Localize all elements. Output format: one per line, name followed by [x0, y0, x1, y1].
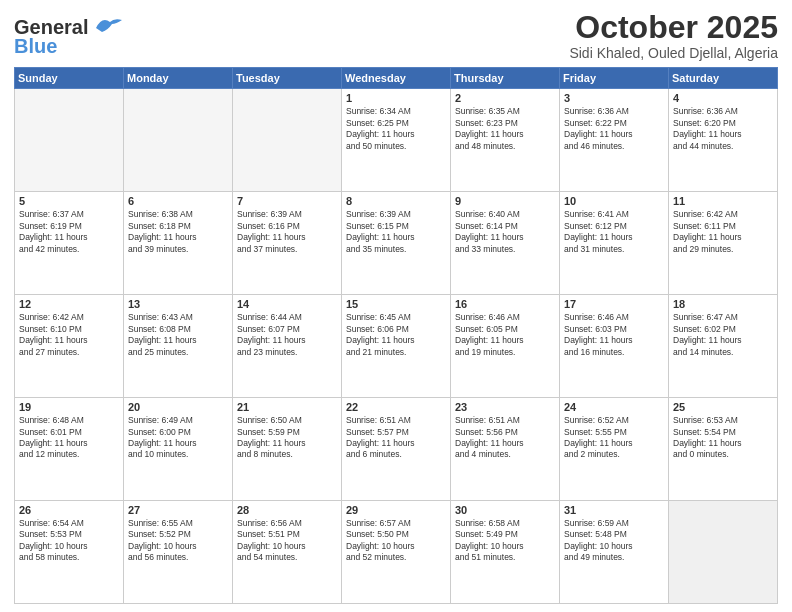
header: General Blue October 2025 Sidi Khaled, O… [14, 10, 778, 61]
day-number: 3 [564, 92, 664, 104]
day-number: 5 [19, 195, 119, 207]
day-number: 19 [19, 401, 119, 413]
table-row: 22Sunrise: 6:51 AM Sunset: 5:57 PM Dayli… [342, 398, 451, 501]
table-row: 1Sunrise: 6:34 AM Sunset: 6:25 PM Daylig… [342, 89, 451, 192]
header-wednesday: Wednesday [342, 68, 451, 89]
table-row: 14Sunrise: 6:44 AM Sunset: 6:07 PM Dayli… [233, 295, 342, 398]
table-row: 24Sunrise: 6:52 AM Sunset: 5:55 PM Dayli… [560, 398, 669, 501]
table-row: 4Sunrise: 6:36 AM Sunset: 6:20 PM Daylig… [669, 89, 778, 192]
day-info: Sunrise: 6:38 AM Sunset: 6:18 PM Dayligh… [128, 209, 228, 255]
header-saturday: Saturday [669, 68, 778, 89]
day-number: 17 [564, 298, 664, 310]
calendar-row-0: 1Sunrise: 6:34 AM Sunset: 6:25 PM Daylig… [15, 89, 778, 192]
calendar-header-row: Sunday Monday Tuesday Wednesday Thursday… [15, 68, 778, 89]
header-friday: Friday [560, 68, 669, 89]
table-row: 27Sunrise: 6:55 AM Sunset: 5:52 PM Dayli… [124, 501, 233, 604]
day-number: 16 [455, 298, 555, 310]
day-info: Sunrise: 6:34 AM Sunset: 6:25 PM Dayligh… [346, 106, 446, 152]
day-info: Sunrise: 6:56 AM Sunset: 5:51 PM Dayligh… [237, 518, 337, 564]
table-row: 6Sunrise: 6:38 AM Sunset: 6:18 PM Daylig… [124, 192, 233, 295]
day-number: 22 [346, 401, 446, 413]
table-row: 20Sunrise: 6:49 AM Sunset: 6:00 PM Dayli… [124, 398, 233, 501]
day-number: 9 [455, 195, 555, 207]
day-info: Sunrise: 6:35 AM Sunset: 6:23 PM Dayligh… [455, 106, 555, 152]
day-number: 6 [128, 195, 228, 207]
day-info: Sunrise: 6:40 AM Sunset: 6:14 PM Dayligh… [455, 209, 555, 255]
table-row: 19Sunrise: 6:48 AM Sunset: 6:01 PM Dayli… [15, 398, 124, 501]
day-info: Sunrise: 6:53 AM Sunset: 5:54 PM Dayligh… [673, 415, 773, 461]
header-monday: Monday [124, 68, 233, 89]
title-section: October 2025 Sidi Khaled, Ouled Djellal,… [569, 10, 778, 61]
table-row: 29Sunrise: 6:57 AM Sunset: 5:50 PM Dayli… [342, 501, 451, 604]
table-row: 30Sunrise: 6:58 AM Sunset: 5:49 PM Dayli… [451, 501, 560, 604]
day-info: Sunrise: 6:47 AM Sunset: 6:02 PM Dayligh… [673, 312, 773, 358]
calendar-row-3: 19Sunrise: 6:48 AM Sunset: 6:01 PM Dayli… [15, 398, 778, 501]
header-sunday: Sunday [15, 68, 124, 89]
table-row: 25Sunrise: 6:53 AM Sunset: 5:54 PM Dayli… [669, 398, 778, 501]
header-thursday: Thursday [451, 68, 560, 89]
header-tuesday: Tuesday [233, 68, 342, 89]
day-number: 25 [673, 401, 773, 413]
day-number: 20 [128, 401, 228, 413]
logo-blue-text: Blue [14, 35, 57, 58]
table-row: 7Sunrise: 6:39 AM Sunset: 6:16 PM Daylig… [233, 192, 342, 295]
table-row: 3Sunrise: 6:36 AM Sunset: 6:22 PM Daylig… [560, 89, 669, 192]
day-info: Sunrise: 6:36 AM Sunset: 6:20 PM Dayligh… [673, 106, 773, 152]
day-info: Sunrise: 6:44 AM Sunset: 6:07 PM Dayligh… [237, 312, 337, 358]
day-info: Sunrise: 6:52 AM Sunset: 5:55 PM Dayligh… [564, 415, 664, 461]
table-row: 11Sunrise: 6:42 AM Sunset: 6:11 PM Dayli… [669, 192, 778, 295]
day-number: 7 [237, 195, 337, 207]
day-number: 29 [346, 504, 446, 516]
day-info: Sunrise: 6:42 AM Sunset: 6:10 PM Dayligh… [19, 312, 119, 358]
day-number: 15 [346, 298, 446, 310]
page: General Blue October 2025 Sidi Khaled, O… [0, 0, 792, 612]
table-row: 17Sunrise: 6:46 AM Sunset: 6:03 PM Dayli… [560, 295, 669, 398]
table-row [15, 89, 124, 192]
day-number: 14 [237, 298, 337, 310]
table-row: 21Sunrise: 6:50 AM Sunset: 5:59 PM Dayli… [233, 398, 342, 501]
day-info: Sunrise: 6:45 AM Sunset: 6:06 PM Dayligh… [346, 312, 446, 358]
day-number: 28 [237, 504, 337, 516]
day-number: 11 [673, 195, 773, 207]
day-info: Sunrise: 6:46 AM Sunset: 6:03 PM Dayligh… [564, 312, 664, 358]
day-info: Sunrise: 6:39 AM Sunset: 6:15 PM Dayligh… [346, 209, 446, 255]
day-number: 10 [564, 195, 664, 207]
table-row: 5Sunrise: 6:37 AM Sunset: 6:19 PM Daylig… [15, 192, 124, 295]
day-info: Sunrise: 6:49 AM Sunset: 6:00 PM Dayligh… [128, 415, 228, 461]
day-info: Sunrise: 6:43 AM Sunset: 6:08 PM Dayligh… [128, 312, 228, 358]
table-row: 8Sunrise: 6:39 AM Sunset: 6:15 PM Daylig… [342, 192, 451, 295]
day-info: Sunrise: 6:59 AM Sunset: 5:48 PM Dayligh… [564, 518, 664, 564]
day-info: Sunrise: 6:51 AM Sunset: 5:56 PM Dayligh… [455, 415, 555, 461]
table-row: 10Sunrise: 6:41 AM Sunset: 6:12 PM Dayli… [560, 192, 669, 295]
day-number: 4 [673, 92, 773, 104]
logo: General Blue [14, 10, 124, 58]
table-row: 16Sunrise: 6:46 AM Sunset: 6:05 PM Dayli… [451, 295, 560, 398]
day-info: Sunrise: 6:58 AM Sunset: 5:49 PM Dayligh… [455, 518, 555, 564]
table-row [124, 89, 233, 192]
day-number: 21 [237, 401, 337, 413]
table-row: 31Sunrise: 6:59 AM Sunset: 5:48 PM Dayli… [560, 501, 669, 604]
day-number: 26 [19, 504, 119, 516]
table-row: 28Sunrise: 6:56 AM Sunset: 5:51 PM Dayli… [233, 501, 342, 604]
table-row [233, 89, 342, 192]
calendar-row-4: 26Sunrise: 6:54 AM Sunset: 5:53 PM Dayli… [15, 501, 778, 604]
day-number: 30 [455, 504, 555, 516]
day-info: Sunrise: 6:51 AM Sunset: 5:57 PM Dayligh… [346, 415, 446, 461]
day-info: Sunrise: 6:57 AM Sunset: 5:50 PM Dayligh… [346, 518, 446, 564]
table-row: 15Sunrise: 6:45 AM Sunset: 6:06 PM Dayli… [342, 295, 451, 398]
day-number: 31 [564, 504, 664, 516]
table-row: 2Sunrise: 6:35 AM Sunset: 6:23 PM Daylig… [451, 89, 560, 192]
location: Sidi Khaled, Ouled Djellal, Algeria [569, 45, 778, 61]
table-row: 9Sunrise: 6:40 AM Sunset: 6:14 PM Daylig… [451, 192, 560, 295]
day-number: 8 [346, 195, 446, 207]
day-number: 1 [346, 92, 446, 104]
day-info: Sunrise: 6:36 AM Sunset: 6:22 PM Dayligh… [564, 106, 664, 152]
day-info: Sunrise: 6:50 AM Sunset: 5:59 PM Dayligh… [237, 415, 337, 461]
day-number: 2 [455, 92, 555, 104]
day-number: 12 [19, 298, 119, 310]
day-info: Sunrise: 6:48 AM Sunset: 6:01 PM Dayligh… [19, 415, 119, 461]
day-number: 27 [128, 504, 228, 516]
day-info: Sunrise: 6:37 AM Sunset: 6:19 PM Dayligh… [19, 209, 119, 255]
calendar-table: Sunday Monday Tuesday Wednesday Thursday… [14, 67, 778, 604]
table-row: 18Sunrise: 6:47 AM Sunset: 6:02 PM Dayli… [669, 295, 778, 398]
